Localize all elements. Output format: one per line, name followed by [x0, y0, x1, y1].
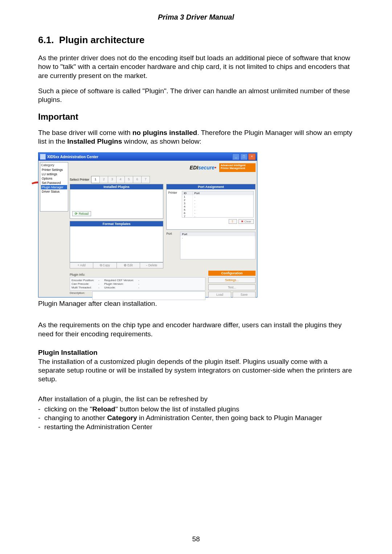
cell: - — [193, 212, 253, 215]
field-label: Required CEF Version: — [104, 279, 137, 282]
cell: 6 — [182, 212, 193, 215]
list-item: restarting the Administration Center — [38, 423, 354, 431]
col-header: Port — [180, 232, 255, 236]
port-assignment-panel: Port Assignment Printer IDPort 1- 2- — [166, 184, 256, 230]
list-item: clicking on the "Reload" button below th… — [38, 405, 354, 414]
printer-tab[interactable]: 2 — [99, 176, 108, 183]
clear-button[interactable]: ✖ Clear — [238, 219, 254, 224]
port-label: Port — [166, 232, 179, 259]
maximize-button[interactable]: □ — [240, 153, 248, 160]
cell: 2 — [182, 198, 193, 202]
text: in Administration Center, then going bac… — [137, 414, 322, 422]
installed-plugins-panel: Installed Plugins ⟳ Reload — [70, 184, 163, 219]
section-title: Plugin architecture — [59, 34, 145, 45]
save-button[interactable]: Save — [233, 292, 256, 297]
minimize-button[interactable]: _ — [232, 153, 240, 160]
figure-caption: Plugin Manager after clean installation. — [38, 300, 354, 308]
cell: - — [193, 202, 253, 205]
text: " button below the list of installed plu… — [115, 405, 240, 413]
cell: 4 — [182, 205, 193, 208]
reload-icon: ⟳ — [75, 212, 78, 216]
up-button[interactable]: ⇧ — [229, 219, 237, 224]
window-title: XID5xx Administration Center — [47, 155, 98, 159]
field-label: Multi Threaded: — [72, 286, 97, 289]
cell: 3 — [182, 202, 193, 205]
plus-icon: + — [78, 263, 79, 267]
text-bold: Installed Plugins — [67, 138, 122, 145]
paragraph: Such a piece of software is called "Plug… — [38, 87, 354, 104]
button-label: Reload — [79, 212, 89, 216]
field-value: - — [138, 282, 143, 286]
section-number: 6.1. — [38, 34, 54, 45]
category-item[interactable]: Options — [41, 176, 67, 181]
button-label: Clear — [244, 220, 251, 223]
delete-button[interactable]: −Delete — [140, 262, 163, 268]
text: Printer Management — [221, 167, 254, 170]
field-label: Unicode: — [104, 286, 137, 289]
text: window, as shown below: — [122, 138, 201, 145]
category-item-selected[interactable]: Plugin Manager — [41, 185, 67, 189]
settings-button[interactable]: Settings... — [208, 277, 256, 283]
panel-header: Port Assignment — [167, 184, 255, 189]
up-icon: ⇧ — [231, 220, 234, 223]
field-label: Encoder Position: — [72, 279, 97, 282]
category-item[interactable]: LU settings — [41, 172, 67, 176]
copy-button[interactable]: ⧉Copy — [93, 262, 117, 268]
printer-port-table[interactable]: IDPort 1- 2- 3- 4- 5- 6- 7- — [182, 191, 254, 218]
gear-icon: ✿ — [124, 263, 127, 267]
minus-icon: − — [146, 263, 148, 267]
close-button[interactable]: × — [248, 153, 256, 160]
cell: 5 — [182, 208, 193, 212]
category-item[interactable]: Driver Status — [41, 189, 67, 194]
text: clicking on the " — [44, 405, 92, 413]
printer-tab[interactable]: 6 — [133, 176, 142, 183]
button-label: Add — [80, 263, 86, 267]
category-item[interactable]: Printer Settings — [41, 168, 67, 172]
bullet-list: clicking on the "Reload" button below th… — [38, 405, 354, 431]
test-button[interactable]: Test... — [208, 284, 256, 290]
list-item: changing to another Category in Administ… — [38, 414, 354, 422]
panel-header: Installed Plugins — [70, 184, 163, 189]
field-value: - — [138, 279, 143, 282]
edit-button[interactable]: ✿Edit — [117, 262, 140, 268]
printer-tab[interactable]: 3 — [108, 176, 117, 183]
printer-tab[interactable]: 4 — [116, 176, 125, 183]
button-label: Edit — [127, 263, 133, 267]
screenshot: XID5xx Administration Center _ □ × Categ… — [38, 152, 257, 297]
printer-tab[interactable]: 1 — [91, 176, 100, 183]
field-label: Can Precode: — [72, 282, 97, 286]
plugin-info-label: Plugin Info: — [70, 273, 205, 276]
add-button[interactable]: +Add — [70, 262, 93, 268]
printer-tab[interactable]: 7 — [141, 176, 150, 183]
text: secure — [198, 165, 215, 171]
cell: - — [180, 236, 255, 239]
text-bold: no plugins installed — [132, 129, 197, 136]
category-list[interactable]: Category Printer Settings LU settings Op… — [40, 162, 68, 212]
printer-tab[interactable]: 5 — [124, 176, 133, 183]
cell: - — [193, 208, 253, 212]
description-label: Description: — [70, 291, 91, 300]
text: EDI — [190, 165, 198, 171]
text: Advanced Intelligent — [221, 164, 254, 167]
copy-icon: ⧉ — [100, 263, 102, 267]
printer-label: Printer — [168, 191, 180, 218]
printer-tabs[interactable]: 1 2 3 4 5 6 7 — [91, 176, 150, 183]
cell: - — [193, 205, 253, 208]
col-header: ID — [182, 191, 193, 195]
paragraph: After installation of a plugin, the list… — [38, 395, 354, 403]
reload-button[interactable]: ⟳ Reload — [72, 211, 91, 216]
field-value: - — [98, 279, 103, 282]
text: changing to another — [44, 414, 107, 422]
app-window: XID5xx Administration Center _ □ × Categ… — [38, 152, 257, 297]
panel-header: Format Templates — [70, 221, 163, 226]
format-templates-panel: Format Templates — [70, 221, 163, 262]
text-bold: Reload — [92, 405, 115, 413]
category-item[interactable]: Set Password — [41, 181, 67, 185]
window-titlebar[interactable]: XID5xx Administration Center _ □ × — [38, 153, 257, 161]
important-heading: Important — [38, 112, 354, 122]
port-table[interactable]: Port - — [180, 232, 256, 259]
cell: - — [193, 215, 253, 218]
paragraph: As the printer driver does not do the en… — [38, 54, 354, 80]
load-button[interactable]: Load — [208, 292, 231, 297]
select-printer-label: Select Printer — [70, 178, 89, 181]
